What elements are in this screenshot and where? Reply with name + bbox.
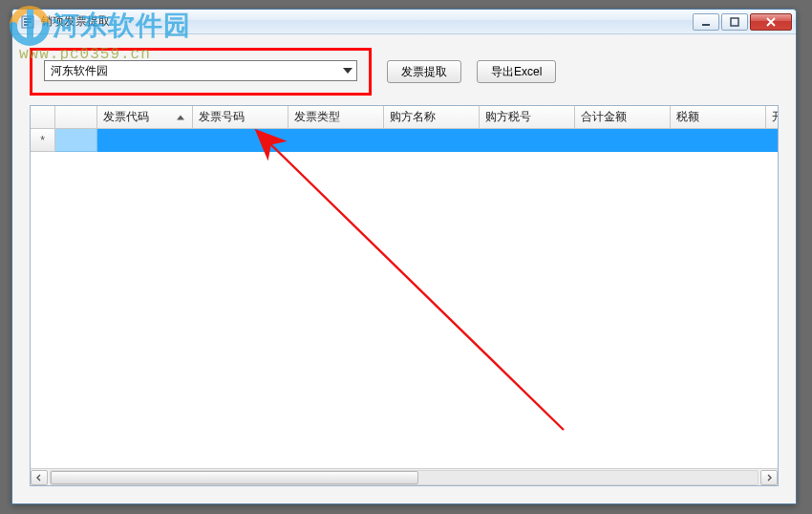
- selection-column-header[interactable]: [55, 106, 97, 128]
- column-header-issue[interactable]: 开票: [766, 106, 778, 128]
- scroll-track[interactable]: [50, 470, 759, 485]
- cell[interactable]: [480, 129, 575, 152]
- toolbar-row: 河东软件园 发票提取 导出Excel: [30, 48, 779, 96]
- app-window: 销项发票提取 河东软件园 发票提取 导出Excel: [11, 9, 797, 504]
- cell[interactable]: [193, 129, 288, 152]
- column-header-invoice-code[interactable]: 发票代码: [97, 106, 193, 128]
- cell[interactable]: [384, 129, 480, 152]
- cell[interactable]: [575, 129, 671, 152]
- scroll-right-button[interactable]: [760, 470, 778, 485]
- svg-rect-6: [731, 18, 738, 26]
- combobox-value: 河东软件园: [51, 63, 108, 79]
- column-header-tax-amount[interactable]: 税额: [671, 106, 766, 128]
- cell[interactable]: [766, 129, 778, 152]
- window-title: 销项发票提取: [41, 13, 693, 30]
- cell[interactable]: [288, 129, 384, 152]
- app-icon: [20, 14, 35, 30]
- column-header-invoice-type[interactable]: 发票类型: [288, 106, 384, 128]
- svg-rect-2: [24, 18, 32, 20]
- grid-header: 发票代码 发票号码 发票类型 购方名称 购方税号 合计金额 税额 开票: [31, 106, 778, 129]
- svg-rect-5: [702, 24, 710, 26]
- maximize-button[interactable]: [721, 13, 748, 31]
- titlebar[interactable]: 销项发票提取: [12, 10, 796, 34]
- close-button[interactable]: [750, 13, 792, 31]
- svg-rect-4: [24, 24, 29, 26]
- cell[interactable]: [671, 129, 766, 152]
- window-controls: [693, 13, 792, 31]
- column-header-invoice-number[interactable]: 发票号码: [193, 106, 288, 128]
- cell[interactable]: [97, 129, 193, 152]
- row-selection-cell[interactable]: [55, 129, 97, 152]
- chevron-down-icon: [343, 68, 353, 74]
- highlighted-combo-area: 河东软件园: [30, 48, 372, 96]
- svg-rect-3: [24, 21, 32, 23]
- column-header-buyer-name[interactable]: 购方名称: [384, 106, 480, 128]
- row-indicator[interactable]: *: [31, 129, 55, 152]
- column-header-buyer-tax-id[interactable]: 购方税号: [480, 106, 575, 128]
- extract-invoice-button[interactable]: 发票提取: [387, 60, 461, 83]
- column-header-total-amount[interactable]: 合计金额: [575, 106, 671, 128]
- minimize-button[interactable]: [693, 13, 719, 31]
- scroll-left-button[interactable]: [31, 470, 48, 485]
- data-grid[interactable]: 发票代码 发票号码 发票类型 购方名称 购方税号 合计金额 税额 开票 *: [30, 105, 779, 486]
- horizontal-scrollbar[interactable]: [31, 468, 778, 485]
- table-row[interactable]: *: [31, 129, 778, 152]
- export-excel-button[interactable]: 导出Excel: [477, 60, 556, 83]
- scroll-thumb[interactable]: [51, 471, 418, 484]
- client-area: 河东软件园 发票提取 导出Excel 发票代码 发票号码 发票类型 购方名称 购…: [12, 34, 796, 503]
- source-combobox[interactable]: 河东软件园: [44, 60, 357, 81]
- row-header-corner[interactable]: [31, 106, 55, 128]
